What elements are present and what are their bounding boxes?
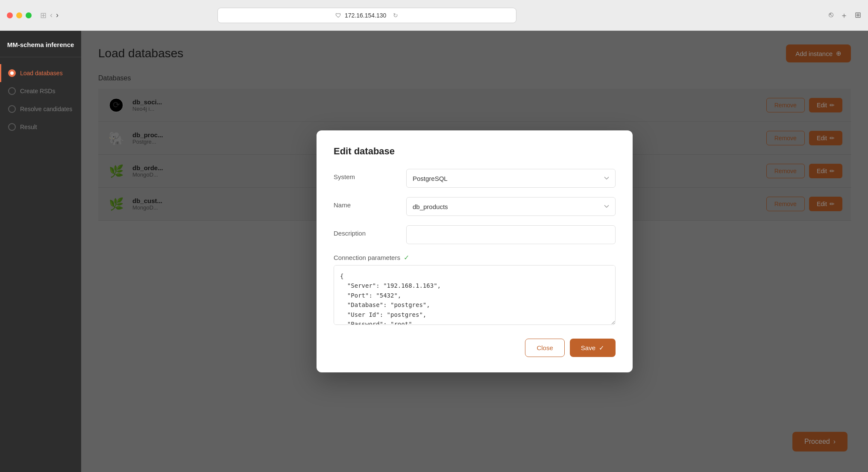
traffic-lights	[7, 12, 32, 18]
sidebar-nav: Load databases Create RSDs Resolve candi…	[0, 57, 81, 143]
sidebar-item-resolve-candidates[interactable]: Resolve candidates	[0, 100, 81, 118]
sidebar-label-result: Result	[20, 124, 37, 130]
form-row-system: System PostgreSQL MongoDB Neo4j MySQL	[334, 169, 616, 188]
security-icon: 🛡	[335, 12, 341, 19]
share-icon[interactable]: ⎋	[829, 10, 833, 21]
url-text: 172.16.154.130	[345, 12, 386, 19]
description-control	[406, 225, 616, 244]
address-bar[interactable]: 🛡 172.16.154.130 ↻	[217, 8, 516, 23]
form-row-description: Description	[334, 225, 616, 244]
sidebar-dot-load	[8, 69, 16, 77]
new-tab-icon[interactable]: ＋	[840, 10, 848, 21]
browser-chrome: ⊞ ‹ › 🛡 172.16.154.130 ↻ ⎋ ＋ ⊞	[0, 0, 868, 31]
edit-database-modal: Edit database System PostgreSQL MongoDB …	[317, 130, 633, 372]
browser-nav: ⊞ ‹ ›	[40, 11, 59, 20]
name-label: Name	[334, 197, 398, 209]
fullscreen-traffic-light[interactable]	[26, 12, 32, 18]
modal-footer: Close Save ✓	[334, 339, 616, 357]
sidebar-brand: MM-schema inference	[0, 31, 81, 57]
sidebar-label-resolve-candidates: Resolve candidates	[20, 106, 72, 112]
connection-params-textarea[interactable]: { "Server": "192.168.1.163", "Port": "54…	[334, 265, 616, 325]
modal-title: Edit database	[334, 146, 616, 157]
connection-valid-icon: ✓	[404, 254, 409, 262]
system-select[interactable]: PostgreSQL MongoDB Neo4j MySQL	[406, 169, 616, 188]
system-control: PostgreSQL MongoDB Neo4j MySQL	[406, 169, 616, 188]
modal-overlay[interactable]: Edit database System PostgreSQL MongoDB …	[81, 31, 868, 472]
name-select[interactable]: db_products db_social db_orders db_custo…	[406, 197, 616, 216]
connection-label-row: Connection parameters ✓	[334, 254, 616, 262]
save-check-icon: ✓	[599, 344, 604, 352]
sidebar-dot-create	[8, 87, 16, 95]
back-icon[interactable]: ‹	[50, 11, 53, 20]
browser-toolbar: ⎋ ＋ ⊞	[829, 10, 861, 21]
sidebar: MM-schema inference Load databases Creat…	[0, 31, 81, 472]
sidebar-item-create-rsds[interactable]: Create RSDs	[0, 82, 81, 100]
minimize-traffic-light[interactable]	[16, 12, 22, 18]
connection-params-label: Connection parameters	[334, 254, 400, 261]
close-traffic-light[interactable]	[7, 12, 13, 18]
connection-params-section: Connection parameters ✓ { "Server": "192…	[334, 254, 616, 327]
sidebar-dot-inner	[10, 71, 14, 75]
description-input[interactable]	[406, 225, 616, 244]
sidebar-label-load-databases: Load databases	[20, 70, 63, 77]
sidebar-label-create-rsds: Create RSDs	[20, 88, 55, 94]
form-row-name: Name db_products db_social db_orders db_…	[334, 197, 616, 216]
reload-icon[interactable]: ↻	[393, 12, 398, 19]
main-content: Load databases Add instance ⊕ Databases …	[81, 31, 868, 472]
sidebar-item-result[interactable]: Result	[0, 118, 81, 136]
forward-icon[interactable]: ›	[56, 11, 59, 20]
app-container: MM-schema inference Load databases Creat…	[0, 31, 868, 472]
save-modal-button[interactable]: Save ✓	[570, 339, 616, 357]
sidebar-item-load-databases[interactable]: Load databases	[0, 64, 81, 82]
sidebar-dot-resolve	[8, 105, 16, 113]
sidebar-dot-result	[8, 123, 16, 131]
name-control: db_products db_social db_orders db_custo…	[406, 197, 616, 216]
sidebar-toggle-icon[interactable]: ⊞	[40, 11, 47, 20]
description-label: Description	[334, 225, 398, 237]
grid-icon[interactable]: ⊞	[855, 10, 861, 21]
close-modal-button[interactable]: Close	[525, 339, 564, 357]
save-label: Save	[581, 344, 595, 351]
system-label: System	[334, 169, 398, 180]
